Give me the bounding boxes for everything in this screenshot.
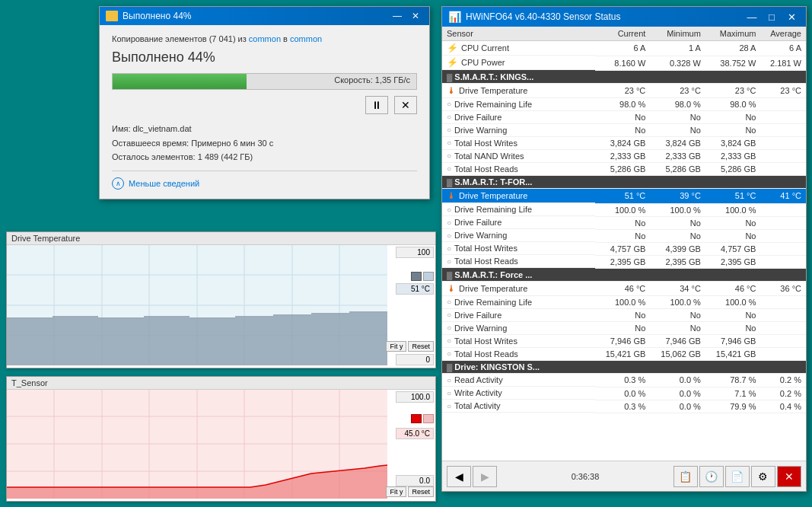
t-sensor-control-buttons: Fit y Reset [386, 486, 434, 497]
sensor-name: ⚡CPU Power [442, 56, 595, 70]
sensor-tbody: ⚡CPU Current 6 A 1 A 28 A 6 A ⚡CPU Power… [442, 41, 806, 413]
sensor-maximum: 3,824 GB [705, 137, 761, 150]
circle-icon: ○ [447, 376, 451, 384]
sensor-close-btn[interactable]: ✕ [783, 10, 800, 24]
folder-icon [106, 11, 118, 21]
sensor-maximum: No [705, 229, 761, 242]
details-toggle[interactable]: ∧ Меньше сведений [112, 177, 417, 190]
table-row[interactable]: ○Drive Failure No No No [442, 216, 806, 229]
sensor-maximum: 38.752 W [705, 56, 761, 70]
copy-btn[interactable]: 📋 [673, 466, 698, 487]
circle-icon: ○ [447, 139, 451, 147]
sensor-maximum: 5,286 GB [705, 163, 761, 176]
table-row[interactable]: 🌡Drive Temperature 46 °C 34 °C 46 °C 36 … [442, 281, 806, 296]
progress-bar-fill [113, 74, 247, 89]
table-row[interactable]: ○Drive Warning No No No [442, 229, 806, 242]
time-display: 0:36:38 [572, 472, 600, 481]
sensor-maximum: 46 °C [705, 281, 761, 296]
table-row[interactable]: ○Total Activity 0.3 % 0.0 % 79.9 % 0.4 % [442, 400, 806, 413]
svg-marker-12 [7, 313, 387, 365]
sensor-window: 📊 HWiNFO64 v6.40-4330 Sensor Status — □ … [441, 6, 807, 492]
sensor-current: 6 A [595, 41, 651, 56]
table-row[interactable]: ⚡CPU Power 8.160 W 0.328 W 38.752 W 2.18… [442, 56, 806, 70]
sensor-minimum: 34 °C [650, 281, 705, 296]
table-row[interactable]: ○Drive Warning No No No [442, 124, 806, 137]
temp-icon: 🌡 [447, 283, 456, 294]
next-btn[interactable]: ▶ [473, 466, 497, 487]
sensor-name: ○Total Host Writes [442, 335, 595, 348]
t-sensor-reset-button[interactable]: Reset [408, 486, 434, 497]
table-row[interactable]: ○Total Host Reads 2,395 GB 2,395 GB 2,39… [442, 255, 806, 268]
section-header-4: ▓ Drive: KINGSTON S... [442, 361, 806, 374]
circle-icon: ○ [447, 324, 451, 332]
table-row[interactable]: ○Total Host Writes 4,757 GB 4,399 GB 4,7… [442, 242, 806, 255]
table-row[interactable]: ○Total Host Reads 15,421 GB 15,062 GB 15… [442, 348, 806, 361]
settings-btn[interactable]: ⚙ [751, 466, 775, 487]
sensor-name: ○Read Activity [442, 374, 595, 387]
table-row[interactable]: 🌡Drive Temperature 23 °C 23 °C 23 °C 23 … [442, 83, 806, 98]
prev-btn[interactable]: ◀ [447, 466, 471, 487]
table-row[interactable]: ○Read Activity 0.3 % 0.0 % 78.7 % 0.2 % [442, 374, 806, 387]
circle-icon: ○ [447, 100, 451, 108]
sensor-current: 2,395 GB [595, 255, 651, 268]
table-row[interactable]: ⚡CPU Current 6 A 1 A 28 A 6 A [442, 41, 806, 56]
fit-y-button[interactable]: Fit y [386, 341, 406, 352]
sensor-current: 3,824 GB [595, 137, 651, 150]
temp-icon: 🌡 [447, 85, 456, 96]
copy-dialog-close[interactable]: ✕ [408, 10, 423, 22]
sensor-maximum: 7.1 % [705, 387, 761, 400]
sensor-average [760, 216, 806, 229]
sensor-average [760, 242, 806, 255]
graph-control-buttons: Fit y Reset [386, 341, 434, 352]
section-header-label: ▓ Drive: KINGSTON S... [442, 361, 806, 374]
sensor-minimum: 2,395 GB [650, 255, 705, 268]
reset-button[interactable]: Reset [408, 341, 434, 352]
pause-button[interactable]: ⏸ [365, 96, 388, 114]
sensor-average [760, 348, 806, 361]
time-left-row: Оставшееся время: Примерно 6 мин 30 с [112, 136, 417, 151]
table-row[interactable]: ○Drive Warning No No No [442, 322, 806, 335]
table-row[interactable]: ○Total NAND Writes 2,333 GB 2,333 GB 2,3… [442, 150, 806, 163]
circle-icon: ○ [447, 113, 451, 121]
details-toggle-label: Меньше сведений [129, 179, 199, 188]
nav-buttons: ◀ ▶ [447, 466, 497, 487]
t-sensor-fit-y-button[interactable]: Fit y [386, 486, 406, 497]
copy-dest-link[interactable]: common [290, 34, 322, 43]
table-row[interactable]: ○Drive Remaining Life 98.0 % 98.0 % 98.0… [442, 98, 806, 111]
sensor-restore-btn[interactable]: □ [763, 10, 780, 24]
sensor-content[interactable]: Sensor Current Minimum Maximum Average ⚡… [442, 27, 806, 461]
circle-icon: ○ [447, 336, 451, 345]
table-row[interactable]: ○Total Host Writes 3,824 GB 3,824 GB 3,8… [442, 137, 806, 150]
table-row[interactable]: ○Total Host Writes 7,946 GB 7,946 GB 7,9… [442, 335, 806, 348]
circle-icon: ○ [447, 244, 451, 253]
sensor-current: 98.0 % [595, 98, 651, 111]
sensor-app-icon: 📊 [448, 11, 461, 23]
table-row[interactable]: ○Drive Failure No No No [442, 111, 806, 124]
sensor-maximum: No [705, 111, 761, 124]
sensor-minimize-btn[interactable]: — [744, 10, 760, 24]
table-row[interactable]: ○Drive Remaining Life 100.0 % 100.0 % 10… [442, 296, 806, 309]
t-sensor-panel-title: T_Sensor [7, 377, 435, 390]
copy-source-link[interactable]: common [249, 34, 281, 43]
copy-dialog-minimize[interactable]: — [390, 10, 405, 22]
clock-btn[interactable]: 🕐 [699, 466, 724, 487]
table-row[interactable]: ○Drive Remaining Life 100.0 % 100.0 % 10… [442, 203, 806, 216]
sensor-maximum: 79.9 % [705, 400, 761, 413]
close-app-btn[interactable]: ✕ [777, 466, 801, 487]
table-row[interactable]: ○Write Activity 0.0 % 0.0 % 7.1 % 0.2 % [442, 387, 806, 400]
sensor-average [760, 335, 806, 348]
sensor-average: 6 A [760, 41, 806, 56]
report-btn[interactable]: 📄 [725, 466, 750, 487]
table-row[interactable]: ○Total Host Reads 5,286 GB 5,286 GB 5,28… [442, 163, 806, 176]
t-sensor-graph-area: 100.0 45.0 °C 0.0 Fit y Reset [7, 390, 435, 500]
table-row[interactable]: ○Drive Failure No No No [442, 309, 806, 322]
table-row[interactable]: 🌡Drive Temperature 51 °C 39 °C 51 °C 41 … [442, 189, 806, 204]
sensor-average: 36 °C [760, 281, 806, 296]
sensor-maximum: 4,757 GB [705, 242, 761, 255]
sensor-average [760, 150, 806, 163]
stop-button[interactable]: ✕ [394, 96, 417, 114]
sensor-win-buttons: — □ ✕ [744, 10, 800, 24]
drive-temp-panel-title: Drive Temperature [7, 232, 435, 245]
sensor-maximum: 98.0 % [705, 98, 761, 111]
sensor-name: 🌡Drive Temperature [442, 84, 595, 98]
